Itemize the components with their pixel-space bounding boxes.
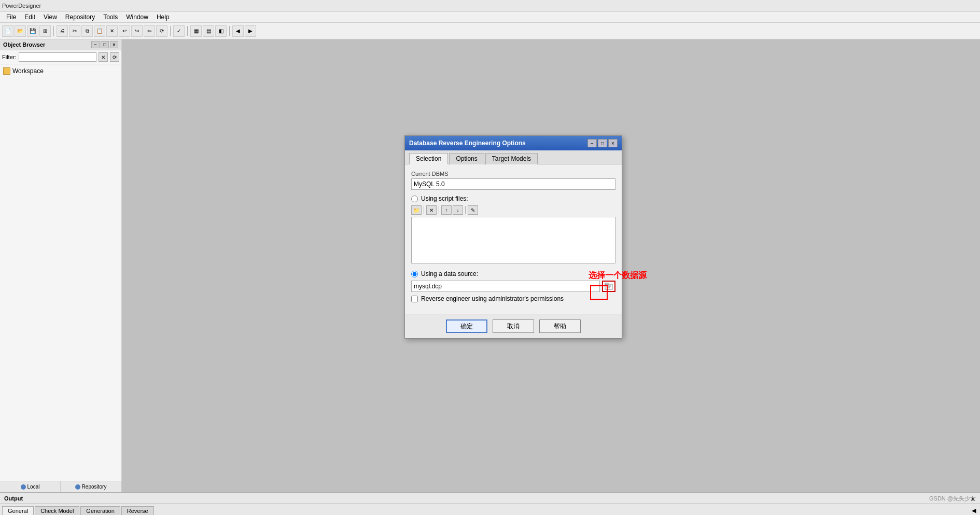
- filter-refresh-btn[interactable]: ⟳: [110, 52, 119, 62]
- filter-input[interactable]: [19, 52, 97, 62]
- toolbar-sep3: [187, 26, 188, 36]
- filter-clear-btn[interactable]: ✕: [99, 52, 108, 62]
- content-area: Database Reverse Engineering Options − □…: [122, 39, 980, 492]
- datasource-browse-btn[interactable]: [602, 281, 615, 292]
- watermark: GSDN @先头少女: [929, 495, 976, 503]
- script-sep3: [465, 206, 466, 214]
- toolbar-right-btn[interactable]: ▶: [245, 25, 256, 37]
- tab-generation[interactable]: Generation: [80, 506, 120, 515]
- menu-view[interactable]: View: [39, 12, 61, 22]
- dialog-buttons: 确定 取消 帮助: [405, 314, 622, 338]
- cancel-button[interactable]: 取消: [493, 319, 534, 333]
- menu-tools[interactable]: Tools: [99, 12, 122, 22]
- menu-repository[interactable]: Repository: [61, 12, 99, 22]
- script-remove-btn[interactable]: ✕: [426, 205, 437, 215]
- local-tab-label: Local: [27, 484, 40, 490]
- toolbar-undo-btn[interactable]: ↩: [119, 25, 130, 37]
- tab-reverse[interactable]: Reverse: [121, 506, 154, 515]
- toolbar-sep1: [53, 26, 54, 36]
- filter-row: Filter: ✕ ⟳: [0, 50, 121, 64]
- output-panel: Output ▲: [0, 492, 980, 504]
- toolbar-check-btn[interactable]: ✓: [173, 25, 185, 37]
- sidebar: Object Browser − □ × Filter: ✕ ⟳ Workspa…: [0, 39, 122, 492]
- sidebar-close-btn[interactable]: ×: [110, 41, 118, 48]
- bottom-tabs: General Check Model Generation Reverse ◀: [0, 504, 980, 515]
- dialog-tabs: Selection Options Target Models: [405, 150, 622, 164]
- tab-scroll-btn[interactable]: ◀: [970, 506, 978, 515]
- dialog-title-controls: − □ ×: [587, 139, 618, 147]
- script-add-btn[interactable]: 📁: [411, 205, 422, 215]
- repo-tab-label: Repository: [82, 484, 107, 490]
- checkbox-row: Reverse engineer using administrator's p…: [411, 295, 615, 302]
- toolbar-left-btn[interactable]: ◀: [232, 25, 244, 37]
- dialog: Database Reverse Engineering Options − □…: [404, 135, 622, 339]
- sidebar-tab-local[interactable]: Local: [0, 481, 61, 492]
- script-sep2: [439, 206, 439, 214]
- toolbar: 📄 📂 💾 ⊞ 🖨 ✂ ⧉ 📋 ✕ ↩ ↪ ⇦ ⟳ ✓ ▦ ▤ ◧ ◀ ▶: [0, 23, 980, 39]
- repo-icon: [75, 484, 80, 490]
- toolbar-sep2: [170, 26, 171, 36]
- dialog-maximize-btn[interactable]: □: [598, 139, 607, 147]
- radio-script[interactable]: [411, 196, 418, 202]
- tab-selection[interactable]: Selection: [409, 153, 448, 164]
- toolbar-paste-btn[interactable]: 📋: [94, 25, 105, 37]
- script-down-btn[interactable]: ↓: [453, 205, 463, 215]
- toolbar-print-btn[interactable]: 🖨: [57, 25, 68, 37]
- script-edit-btn[interactable]: ✎: [468, 205, 478, 215]
- toolbar-view3-btn[interactable]: ◧: [215, 25, 227, 37]
- toolbar-saveall-btn[interactable]: ⊞: [39, 25, 51, 37]
- admin-permissions-checkbox[interactable]: [411, 296, 418, 302]
- menu-edit[interactable]: Edit: [20, 12, 39, 22]
- script-textarea[interactable]: [411, 217, 615, 263]
- local-icon: [21, 484, 26, 490]
- toolbar-delete-btn[interactable]: ✕: [106, 25, 118, 37]
- toolbar-cut-btn[interactable]: ✂: [69, 25, 80, 37]
- toolbar-save-btn[interactable]: 💾: [27, 25, 38, 37]
- radio-script-label: Using script files:: [421, 195, 468, 202]
- radio-script-row: Using script files:: [411, 195, 615, 202]
- dialog-title-bar: Database Reverse Engineering Options − □…: [405, 136, 622, 150]
- datasource-input[interactable]: [411, 281, 600, 292]
- dialog-minimize-btn[interactable]: −: [587, 139, 597, 147]
- sidebar-tree: Workspace: [0, 64, 121, 481]
- radio-datasource[interactable]: [411, 271, 418, 277]
- menu-file[interactable]: File: [2, 12, 20, 22]
- sidebar-pin-btn[interactable]: −: [91, 41, 100, 48]
- sidebar-tab-repository[interactable]: Repository: [61, 481, 121, 492]
- title-bar: PowerDesigner: [0, 0, 980, 11]
- radio-datasource-label: Using a data source:: [421, 270, 478, 277]
- menu-help[interactable]: Help: [152, 12, 174, 22]
- main-layout: Object Browser − □ × Filter: ✕ ⟳ Workspa…: [0, 39, 980, 492]
- tab-check-model[interactable]: Check Model: [35, 506, 79, 515]
- toolbar-redo-btn[interactable]: ↪: [131, 25, 143, 37]
- toolbar-open-btn[interactable]: 📂: [15, 25, 26, 37]
- sidebar-bottom-tabs: Local Repository: [0, 481, 121, 492]
- current-dbms-label: Current DBMS: [411, 171, 615, 177]
- toolbar-copy-btn[interactable]: ⧉: [81, 25, 93, 37]
- dialog-close-btn[interactable]: ×: [608, 139, 618, 147]
- admin-permissions-label: Reverse engineer using administrator's p…: [421, 295, 564, 302]
- sidebar-title: Object Browser: [3, 41, 45, 48]
- workspace-label: Workspace: [12, 67, 44, 75]
- tab-options[interactable]: Options: [449, 153, 484, 164]
- menu-window[interactable]: Window: [122, 12, 152, 22]
- dialog-title: Database Reverse Engineering Options: [409, 140, 526, 147]
- script-sep1: [424, 206, 424, 214]
- app-title: PowerDesigner: [2, 3, 41, 9]
- workspace-icon: [3, 67, 10, 75]
- tab-general[interactable]: General: [2, 506, 34, 515]
- toolbar-nav-btn[interactable]: ⇦: [144, 25, 155, 37]
- toolbar-new-btn[interactable]: 📄: [2, 25, 13, 37]
- svg-rect-1: [605, 283, 608, 285]
- sidebar-float-btn[interactable]: □: [101, 41, 109, 48]
- help-button[interactable]: 帮助: [539, 319, 581, 333]
- script-up-btn[interactable]: ↑: [441, 205, 452, 215]
- ok-button[interactable]: 确定: [446, 319, 487, 333]
- toolbar-view2-btn[interactable]: ▤: [203, 25, 214, 37]
- toolbar-view1-btn[interactable]: ▦: [190, 25, 202, 37]
- tab-target-models[interactable]: Target Models: [485, 153, 538, 164]
- tree-workspace[interactable]: Workspace: [2, 66, 119, 76]
- toolbar-refresh-btn[interactable]: ⟳: [156, 25, 167, 37]
- radio-datasource-row: Using a data source:: [411, 270, 615, 277]
- current-dbms-input[interactable]: [411, 178, 615, 190]
